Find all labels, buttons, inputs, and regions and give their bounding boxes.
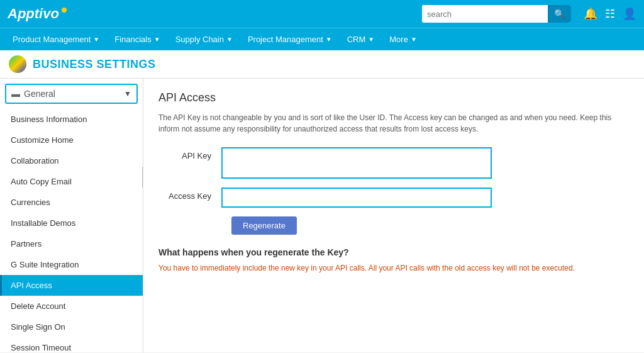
sidebar-item-business-information[interactable]: Business Information — [0, 109, 143, 130]
chevron-down-icon: ▼ — [124, 89, 131, 98]
sidebar-dropdown-label: General — [24, 89, 120, 99]
description-text: The API Key is not changeable by you and… — [158, 113, 611, 133]
sidebar-item-customize-home[interactable]: Customize Home — [0, 130, 143, 150]
chevron-down-icon: ▼ — [411, 36, 417, 43]
content-description: The API Key is not changeable by you and… — [158, 112, 624, 135]
access-key-label: Access Key — [158, 188, 221, 201]
sidebar-item-delete-account[interactable]: Delete Account — [0, 296, 143, 317]
nav-bar: Product Management ▼ Financials ▼ Supply… — [0, 28, 644, 50]
top-bar: Apptivo 🔍 🔔 ☷ 👤 — [0, 0, 644, 28]
access-key-row: Access Key — [158, 188, 629, 208]
business-settings-icon — [9, 55, 26, 73]
sidebar-item-installable-demos[interactable]: Installable Demos — [0, 213, 143, 233]
sidebar-item-auto-copy-email[interactable]: Auto Copy Email — [0, 171, 143, 192]
chevron-down-icon: ▼ — [226, 36, 233, 43]
nav-item-supply-chain[interactable]: Supply Chain ▼ — [168, 28, 240, 51]
chevron-down-icon: ▼ — [93, 36, 99, 43]
chevron-down-icon: ▼ — [326, 36, 332, 43]
nav-item-project-management[interactable]: Project Management ▼ — [240, 28, 340, 51]
main-layout: ▬ General ▼ Business Information Customi… — [0, 79, 644, 352]
search-button[interactable]: 🔍 — [548, 5, 571, 23]
user-icon[interactable]: 👤 — [623, 7, 636, 21]
sidebar-item-currencies[interactable]: Currencies — [0, 192, 143, 213]
api-key-field[interactable] — [221, 147, 492, 179]
nav-item-crm[interactable]: CRM ▼ — [340, 28, 382, 51]
nav-item-product-management[interactable]: Product Management ▼ — [5, 28, 107, 51]
sidebar-dropdown[interactable]: ▬ General ▼ — [5, 84, 138, 104]
sidebar-item-g-suite-integration[interactable]: G Suite Integration — [0, 254, 143, 275]
sidebar-item-collaboration[interactable]: Collaboration — [0, 150, 143, 171]
nav-item-more[interactable]: More ▼ — [382, 28, 425, 51]
page-title: BUSINESS SETTINGS — [33, 58, 156, 71]
api-key-label: API Key — [158, 147, 221, 160]
search-wrap: 🔍 — [422, 5, 571, 23]
regenerate-row: Regenerate — [158, 216, 629, 247]
bell-icon[interactable]: 🔔 — [584, 7, 597, 21]
regenerate-button[interactable]: Regenerate — [231, 216, 297, 235]
page-header: BUSINESS SETTINGS — [0, 50, 644, 79]
chevron-down-icon: ▼ — [368, 36, 374, 43]
sidebar-item-single-sign-on[interactable]: Single Sign On — [0, 317, 143, 337]
content-title: API Access — [158, 91, 629, 104]
logo-text: Apptivo — [8, 6, 59, 22]
sidebar-item-session-timeout[interactable]: Session Timeout — [0, 337, 143, 352]
chevron-down-icon: ▼ — [154, 36, 160, 43]
sidebar: ▬ General ▼ Business Information Customi… — [0, 79, 143, 352]
what-happens-section: What happens when you regenerate the Key… — [158, 247, 629, 274]
access-key-field[interactable] — [221, 188, 492, 208]
search-input[interactable] — [422, 5, 548, 23]
what-happens-text: You have to immediately include the new … — [158, 262, 629, 274]
grid-icon[interactable]: ☷ — [605, 7, 615, 21]
logo-dot — [62, 8, 67, 13]
monitor-icon: ▬ — [11, 89, 20, 99]
sidebar-item-api-access[interactable]: API Access — [0, 275, 143, 296]
logo: Apptivo — [8, 6, 67, 22]
top-icons: 🔔 ☷ 👤 — [584, 7, 636, 21]
nav-item-financials[interactable]: Financials ▼ — [107, 28, 167, 51]
what-happens-title: What happens when you regenerate the Key… — [158, 247, 629, 257]
sidebar-item-partners[interactable]: Partners — [0, 233, 143, 254]
content-area: API Access The API Key is not changeable… — [143, 79, 644, 352]
api-key-row: API Key — [158, 147, 629, 179]
